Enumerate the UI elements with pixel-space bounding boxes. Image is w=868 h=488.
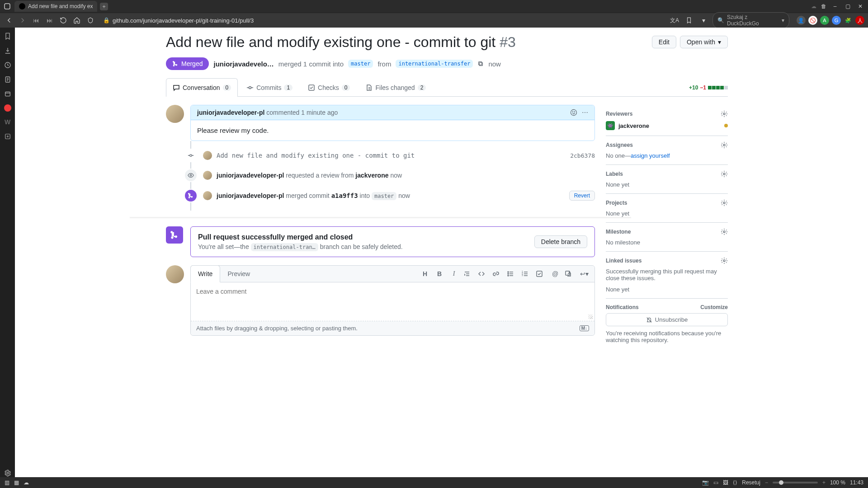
resize-handle[interactable] <box>588 314 593 319</box>
review-request-actor[interactable]: juniorjavadeveloper-pl <box>217 172 284 179</box>
heading-icon[interactable]: H <box>420 270 430 277</box>
reviewer-name[interactable]: jackverone <box>618 122 649 129</box>
merged-by-user[interactable]: juniorjavadevelo… <box>213 60 274 68</box>
nav-forward[interactable] <box>17 15 28 26</box>
app-menu-icon[interactable] <box>4 3 12 10</box>
reply-icon[interactable]: ↩▾ <box>579 270 589 277</box>
code-icon[interactable] <box>478 270 488 277</box>
commit-sha[interactable]: 2cb6378 <box>570 152 595 159</box>
crossref-icon[interactable] <box>565 270 575 277</box>
shield-icon[interactable] <box>85 15 96 26</box>
ext-pdf-icon[interactable]: 人 <box>855 16 864 25</box>
copy-branch-icon[interactable] <box>477 61 484 67</box>
translate-icon[interactable]: 文A <box>669 15 680 26</box>
nav-ffwd[interactable]: ⏭ <box>44 15 55 26</box>
tasklist-icon[interactable] <box>536 270 546 277</box>
avatar[interactable] <box>166 265 184 283</box>
bookmark-icon[interactable] <box>684 15 694 26</box>
gear-icon[interactable] <box>721 228 728 235</box>
downloads-panel-icon[interactable] <box>4 47 12 55</box>
new-tab-button[interactable]: ＋ <box>100 3 108 10</box>
browser-tab[interactable]: Add new file and modify ex <box>14 1 97 12</box>
reset-zoom[interactable]: Resetuj <box>742 479 760 486</box>
ul-icon[interactable] <box>507 270 517 277</box>
delete-branch-button[interactable]: Delete branch <box>534 235 587 248</box>
gear-icon[interactable] <box>721 199 728 206</box>
url-field[interactable]: 🔒 github.com/juniorjavadeveloper-pl/git-… <box>99 15 258 26</box>
sync-icon[interactable]: ☁ <box>24 479 29 486</box>
commit-message[interactable]: Add new file and modify existing one - c… <box>217 152 415 159</box>
screenshot-icon[interactable]: 📷 <box>702 479 709 486</box>
avatar[interactable] <box>166 105 184 123</box>
zoom-slider[interactable] <box>773 482 818 483</box>
unsubscribe-button[interactable]: Unsubscribe <box>606 313 728 326</box>
window-panel-icon[interactable] <box>4 90 12 98</box>
kebab-icon[interactable]: ⋯ <box>582 109 588 116</box>
merge-into-branch[interactable]: master <box>372 192 396 200</box>
images-icon[interactable]: 🖼 <box>723 479 728 486</box>
bookmarks-panel-icon[interactable] <box>4 32 12 40</box>
ext-translate-icon[interactable]: G <box>832 16 841 25</box>
tab-conversation[interactable]: Conversation 0 <box>166 78 238 97</box>
chevron-down-icon[interactable]: ▾ <box>698 15 709 26</box>
nav-home[interactable] <box>71 15 82 26</box>
customize-link[interactable]: Customize <box>700 304 728 310</box>
ext-a-icon[interactable]: A <box>820 16 829 25</box>
tab-files[interactable]: Files changed 2 <box>359 78 433 97</box>
vivaldi-panel-icon[interactable] <box>4 104 11 112</box>
merge-sha[interactable]: a1a9ff3 <box>331 192 358 199</box>
bold-icon[interactable]: B <box>434 270 444 277</box>
base-branch-chip[interactable]: master <box>348 60 373 68</box>
mention-icon[interactable]: @ <box>550 270 560 277</box>
ext-puzzle-icon[interactable]: 🧩 <box>844 16 853 25</box>
chevron-down-icon[interactable]: ▾ <box>782 17 784 23</box>
revert-button[interactable]: Revert <box>569 191 595 201</box>
gear-icon[interactable] <box>721 170 728 178</box>
markdown-icon[interactable]: M↓ <box>580 325 589 331</box>
notes-panel-icon[interactable] <box>4 75 12 84</box>
wiki-panel-icon[interactable]: W <box>4 118 12 126</box>
tab-checks[interactable]: Checks 0 <box>301 78 357 97</box>
italic-icon[interactable]: I <box>449 270 459 277</box>
comment-textarea[interactable] <box>191 282 594 319</box>
history-panel-icon[interactable] <box>4 61 12 69</box>
compose-preview-tab[interactable]: Preview <box>220 266 258 282</box>
pip-icon[interactable]: ▭ <box>713 479 718 486</box>
ol-icon[interactable]: 123 <box>521 270 531 277</box>
head-branch-chip[interactable]: international-transfer <box>396 60 473 68</box>
window-minimize[interactable]: – <box>831 3 839 9</box>
tiling-icon[interactable]: ▦ <box>14 479 19 486</box>
gear-icon[interactable] <box>721 257 728 264</box>
nav-reload[interactable] <box>58 15 69 26</box>
quote-icon[interactable] <box>463 270 473 277</box>
panel-toggle-icon[interactable]: ▥ <box>5 479 9 486</box>
gear-icon[interactable] <box>721 110 728 117</box>
gear-icon[interactable] <box>721 141 728 149</box>
comment-author[interactable]: juniorjavadeveloper-pl <box>197 109 264 116</box>
devtools-icon[interactable]: ⟨⟩ <box>733 479 737 486</box>
settings-panel-icon[interactable] <box>4 469 12 477</box>
avatar[interactable] <box>203 191 212 200</box>
link-icon[interactable] <box>492 270 502 277</box>
merge-actor[interactable]: juniorjavadeveloper-pl <box>217 192 284 199</box>
search-provider-field[interactable]: 🔍 Szukaj z DuckDuckGo ▾ <box>712 12 789 28</box>
open-with-button[interactable]: Open with ▾ <box>680 36 728 48</box>
trash-icon[interactable]: 🗑 <box>821 3 826 9</box>
nav-rewind[interactable]: ⏮ <box>31 15 42 26</box>
reviewer-avatar[interactable]: 👾 <box>606 121 615 130</box>
attach-hint[interactable]: Attach files by dragging & dropping, sel… <box>196 325 358 332</box>
review-request-target[interactable]: jackverone <box>355 172 388 179</box>
avatar[interactable] <box>203 151 212 160</box>
avatar[interactable] <box>203 171 212 180</box>
ext-noscript-icon[interactable]: 🚫 <box>808 16 817 25</box>
window-close[interactable]: ✕ <box>856 3 864 9</box>
emoji-icon[interactable] <box>570 109 577 116</box>
assign-yourself-link[interactable]: assign yourself <box>631 152 670 159</box>
cloud-icon[interactable]: ☁ <box>811 3 816 9</box>
edit-button[interactable]: Edit <box>652 36 676 48</box>
window-maximize[interactable]: ▢ <box>844 3 852 9</box>
profile-avatar-icon[interactable]: 👤 <box>797 16 806 25</box>
tab-commits[interactable]: Commits 1 <box>240 78 299 97</box>
nav-back[interactable] <box>4 15 14 26</box>
add-panel-icon[interactable] <box>4 132 12 141</box>
